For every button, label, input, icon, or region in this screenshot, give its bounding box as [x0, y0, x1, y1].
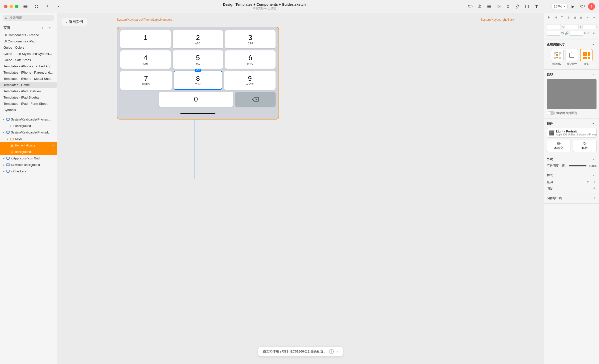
- more-tools-btn[interactable]: ···: [542, 3, 550, 10]
- add-color-adjustment-btn[interactable]: +: [592, 180, 597, 184]
- key-backspace[interactable]: [235, 92, 276, 107]
- search-wrap[interactable]: [3, 15, 54, 21]
- x-field[interactable]: 0: [547, 24, 561, 29]
- align-top-btn[interactable]: ⊥: [566, 14, 572, 20]
- add-dropdown-button[interactable]: ▼: [54, 3, 62, 10]
- layer-background-1[interactable]: Background: [0, 123, 57, 129]
- zoom-control[interactable]: 167% ▼: [552, 4, 568, 9]
- page-guide-safe[interactable]: Guide - Safe Areas: [0, 57, 57, 63]
- pen-btn[interactable]: [514, 3, 522, 10]
- key-0[interactable]: 0: [159, 92, 233, 107]
- y-field[interactable]: 257: [565, 24, 579, 29]
- page-ui-ipad[interactable]: UI Components - iPad: [0, 38, 57, 44]
- key-1[interactable]: 1: [120, 30, 171, 48]
- layer-home-indicator[interactable]: Home Indicator 🔒: [0, 142, 57, 149]
- text-tool-btn[interactable]: T: [533, 3, 541, 10]
- layer-keys[interactable]: ▶ Keys: [0, 136, 57, 142]
- cloud-btn[interactable]: [579, 3, 587, 10]
- grid-view-button[interactable]: [32, 3, 40, 10]
- page-templates-iphone-tabbed[interactable]: Templates - iPhone - Tabbed App: [0, 63, 57, 69]
- rect-tool-btn[interactable]: [523, 3, 531, 10]
- layer-x-checkers[interactable]: ▶ x/Checkers: [0, 168, 57, 175]
- page-templates-ipad-sidebar[interactable]: Templates - iPad Sidebar: [0, 94, 57, 101]
- distribute-v-btn[interactable]: ≡: [591, 14, 597, 20]
- add-page-button[interactable]: +: [39, 25, 46, 31]
- layer-system-keyboards-light[interactable]: ▼ System/Keyboards/iPhone/L...: [0, 129, 57, 136]
- align-left-btn[interactable]: ⊢: [546, 14, 552, 20]
- pages-collapse-button[interactable]: ▾: [47, 25, 53, 31]
- page-templates-ipad-form[interactable]: Templates - iPad - Form Sheet, Pa...: [0, 101, 57, 107]
- color-adjustment-help-btn[interactable]: ?: [585, 179, 591, 185]
- page-guide-text[interactable]: Guide - Text Styles and Dynamic...: [0, 51, 57, 57]
- z-field[interactable]: 0: [583, 24, 597, 29]
- control-collapse-btn[interactable]: ▾: [590, 121, 597, 126]
- lock-proportions-icon[interactable]: 🔗: [565, 31, 569, 35]
- upload-btn[interactable]: [476, 3, 484, 10]
- align-bottom-btn[interactable]: ⊠: [578, 14, 584, 20]
- resize-icon-btn[interactable]: ↗: [591, 30, 597, 36]
- page-ui-iphone[interactable]: UI Components - iPhone: [0, 32, 57, 38]
- layer-background-2[interactable]: Background: [0, 149, 57, 155]
- resize-fixed-size[interactable]: 固定尺寸: [566, 49, 578, 66]
- resize-collapse-btn[interactable]: ▾: [590, 41, 597, 47]
- appearance-collapse-btn[interactable]: ▾: [590, 156, 597, 162]
- z-input[interactable]: 0: [584, 25, 594, 28]
- localize-btn[interactable]: 本地化: [547, 140, 571, 152]
- align-right-btn[interactable]: ⊤: [559, 14, 565, 20]
- layer-x-swatch[interactable]: ▶ x/Swatch Background: [0, 162, 57, 168]
- y-input[interactable]: 257: [566, 25, 576, 28]
- close-button[interactable]: [4, 5, 7, 8]
- page-templates-ipad-split[interactable]: Templates - iPad Splitview: [0, 88, 57, 94]
- notification-help-button[interactable]: ?: [329, 349, 334, 354]
- resolve-btn[interactable]: 解析: [573, 140, 597, 152]
- back-button[interactable]: ‹ 返回实例: [62, 18, 87, 26]
- sidebar-toggle-button[interactable]: [21, 3, 29, 10]
- minimize-button[interactable]: [9, 5, 13, 8]
- notification-close-button[interactable]: ×: [336, 350, 338, 354]
- key-7[interactable]: 7 PQRS: [120, 71, 172, 90]
- svg-rect-6: [37, 7, 38, 8]
- page-templates-iphone-parent[interactable]: Templates - iPhone - Parent and...: [0, 69, 57, 76]
- page-templates-iphone-modal[interactable]: Templates - iPhone - Modal Sheet: [0, 76, 57, 82]
- add-export-btn[interactable]: +: [592, 196, 597, 200]
- page-guide-colors[interactable]: Guide - Colors: [0, 44, 57, 51]
- distribute-h-btn[interactable]: ≡: [585, 14, 591, 20]
- key-empty[interactable]: [120, 92, 157, 107]
- key-8[interactable]: 8 TUV: [174, 71, 222, 90]
- style-collapse-btn[interactable]: ▾: [590, 172, 597, 178]
- transform-btn[interactable]: [495, 3, 503, 10]
- resize-preview[interactable]: 预览: [580, 49, 593, 66]
- w-input[interactable]: 390: [549, 31, 559, 35]
- scroll-toggle-switch[interactable]: [547, 111, 555, 115]
- w-field[interactable]: 390: [547, 31, 560, 36]
- opacity-slider[interactable]: [569, 165, 587, 166]
- page-templates-home[interactable]: Templates - Home: [0, 82, 57, 88]
- cloud-sync-btn[interactable]: [466, 3, 474, 10]
- layers-btn[interactable]: [485, 3, 493, 10]
- key-4[interactable]: 4 GHI: [120, 50, 171, 69]
- inspector-panel: ⊢ ⊣ ⊤ ⊥ ⊞ ⊠ ≡ ≡ 0 X 257 Y 0: [544, 13, 599, 364]
- key-6[interactable]: 6 MNO: [225, 50, 276, 69]
- key-2[interactable]: 2 ABC: [173, 30, 223, 48]
- layer-system-keyboards-x[interactable]: ▼ System/Keyboards/iPhone/x...: [0, 116, 57, 123]
- align-center-h-btn[interactable]: ⊣: [553, 14, 559, 20]
- play-btn[interactable]: ▶: [569, 3, 577, 10]
- prototype-add-btn[interactable]: +: [590, 72, 597, 78]
- search-input[interactable]: [9, 16, 52, 20]
- key-9[interactable]: 9 WXYZ: [224, 71, 276, 90]
- control-item[interactable]: Light - Portrait Apple iOS UI/Bar...Indi…: [547, 128, 597, 138]
- zoom-button[interactable]: [15, 5, 18, 8]
- notification-badge[interactable]: 1: [588, 3, 595, 10]
- mask-btn[interactable]: ⊗: [504, 3, 512, 10]
- key-3[interactable]: 3 DEF: [225, 30, 276, 48]
- add-button[interactable]: +: [43, 3, 51, 10]
- x-input[interactable]: 0: [549, 25, 559, 28]
- align-center-v-btn[interactable]: ⊞: [572, 14, 578, 20]
- h-field[interactable]: 34: [570, 31, 583, 36]
- page-symbols[interactable]: Symbols: [0, 107, 57, 113]
- add-shadow-btn[interactable]: +: [592, 186, 597, 191]
- h-input[interactable]: 34: [571, 31, 581, 35]
- layer-x-app-icons[interactable]: ▶ x/App Icons/Icon Grid: [0, 155, 57, 162]
- key-5[interactable]: 5 JKL: [173, 50, 223, 69]
- resize-border-fixed[interactable]: 靠边固定: [551, 49, 564, 66]
